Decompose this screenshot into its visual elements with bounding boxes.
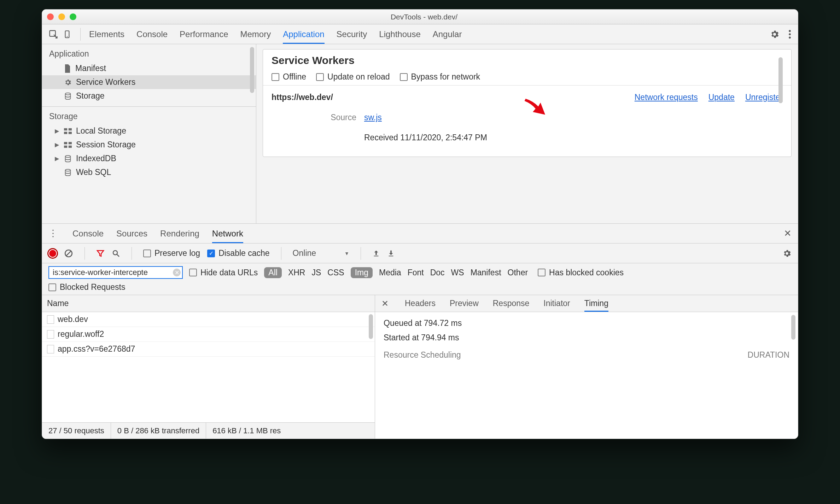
sidebar-item-storage[interactable]: Storage — [42, 89, 256, 103]
disclosure-triangle-icon[interactable]: ▶ — [55, 128, 60, 134]
detail-tab-response[interactable]: Response — [493, 295, 530, 312]
main-tabbar: Elements Console Performance Memory Appl… — [42, 24, 798, 44]
throttling-select[interactable]: Online ▼ — [293, 248, 349, 258]
close-drawer-icon[interactable]: ✕ — [784, 228, 792, 239]
type-img[interactable]: Img — [351, 267, 373, 278]
search-icon[interactable] — [112, 249, 120, 258]
tab-memory[interactable]: Memory — [240, 24, 271, 44]
detail-scrollbar[interactable] — [791, 315, 795, 340]
tab-lighthouse[interactable]: Lighthouse — [379, 24, 420, 44]
drawer-tab-console[interactable]: Console — [72, 224, 104, 243]
sidebar-item-session-storage[interactable]: ▶ Session Storage — [42, 138, 256, 152]
sidebar-item-indexeddb[interactable]: ▶ IndexedDB — [42, 152, 256, 165]
filter-input[interactable] — [48, 266, 183, 279]
network-split: Name web.dev regular.woff2 app.css?v=6e2… — [42, 295, 798, 439]
filter-icon[interactable] — [96, 249, 105, 258]
disclosure-triangle-icon[interactable]: ▶ — [55, 141, 60, 148]
main-scrollbar[interactable] — [778, 57, 783, 103]
drawer-tabbar: ⋮ Console Sources Rendering Network ✕ — [42, 224, 798, 244]
inspect-icon[interactable] — [48, 29, 58, 39]
update-link[interactable]: Update — [708, 93, 735, 102]
network-filterbar: ✕ Hide data URLs All XHR JS CSS Img Medi… — [42, 263, 798, 295]
close-window-button[interactable] — [47, 13, 54, 20]
type-font[interactable]: Font — [408, 268, 424, 277]
hide-data-urls-checkbox[interactable]: Hide data URLs — [189, 268, 258, 277]
list-scrollbar[interactable] — [369, 314, 373, 339]
network-column-name[interactable]: Name — [42, 295, 375, 312]
main-panel: Service Workers Offline Update on reload… — [256, 44, 798, 223]
type-all[interactable]: All — [264, 267, 282, 278]
has-blocked-cookies-checkbox[interactable]: Has blocked cookies — [538, 268, 624, 277]
zoom-window-button[interactable] — [70, 13, 76, 20]
preserve-log-checkbox[interactable]: Preserve log — [143, 248, 200, 258]
status-requests: 27 / 50 requests — [42, 423, 111, 439]
tab-elements[interactable]: Elements — [89, 24, 124, 44]
detail-tab-timing[interactable]: Timing — [584, 295, 608, 312]
application-sidebar: Application Manifest Service Workers Sto… — [42, 44, 256, 223]
sidebar-scrollbar[interactable] — [250, 47, 254, 93]
network-requests-link[interactable]: Network requests — [635, 93, 698, 102]
type-ws[interactable]: WS — [451, 268, 464, 277]
unregister-link[interactable]: Unregister — [745, 93, 783, 102]
request-row[interactable]: regular.woff2 — [42, 327, 375, 342]
detail-tab-headers[interactable]: Headers — [405, 295, 436, 312]
received-text: Received 11/11/2020, 2:54:47 PM — [364, 133, 487, 142]
disclosure-triangle-icon[interactable]: ▶ — [55, 155, 60, 162]
sidebar-item-manifest[interactable]: Manifest — [42, 61, 256, 75]
drawer-tab-rendering[interactable]: Rendering — [160, 224, 199, 243]
service-workers-card: Service Workers Offline Update on reload… — [263, 49, 792, 157]
upload-icon[interactable] — [372, 250, 380, 257]
type-other[interactable]: Other — [508, 268, 528, 277]
kebab-menu-icon[interactable] — [788, 29, 792, 39]
svg-rect-21 — [374, 256, 379, 256]
device-icon[interactable] — [63, 29, 72, 39]
type-manifest[interactable]: Manifest — [471, 268, 501, 277]
svg-rect-8 — [69, 128, 72, 130]
source-link[interactable]: sw.js — [364, 113, 382, 122]
type-js[interactable]: JS — [311, 268, 321, 277]
tab-performance[interactable]: Performance — [180, 24, 228, 44]
drawer-tab-network[interactable]: Network — [212, 224, 243, 243]
network-toolbar: Preserve log ✓Disable cache Online ▼ — [42, 244, 798, 263]
file-icon — [47, 315, 54, 324]
sidebar-item-websql[interactable]: Web SQL — [42, 165, 256, 179]
status-transferred: 0 B / 286 kB transferred — [111, 423, 206, 439]
tab-console[interactable]: Console — [136, 24, 168, 44]
type-xhr[interactable]: XHR — [288, 268, 305, 277]
detail-tab-preview[interactable]: Preview — [450, 295, 479, 312]
tab-security[interactable]: Security — [337, 24, 367, 44]
tab-application[interactable]: Application — [283, 24, 324, 44]
download-icon[interactable] — [387, 250, 395, 257]
offline-checkbox[interactable]: Offline — [272, 72, 306, 82]
drawer-tab-sources[interactable]: Sources — [116, 224, 147, 243]
settings-gear-icon[interactable] — [770, 29, 780, 39]
blocked-requests-checkbox[interactable]: Blocked Requests — [48, 282, 125, 292]
sidebar-item-local-storage[interactable]: ▶ Local Storage — [42, 124, 256, 138]
type-doc[interactable]: Doc — [430, 268, 445, 277]
kebab-menu-icon[interactable]: ⋮ — [48, 228, 58, 239]
sidebar-item-service-workers[interactable]: Service Workers — [42, 75, 256, 89]
svg-line-20 — [117, 254, 119, 257]
clear-filter-icon[interactable]: ✕ — [173, 269, 181, 276]
main-tabs: Elements Console Performance Memory Appl… — [89, 24, 462, 44]
request-row[interactable]: app.css?v=6e2768d7 — [42, 342, 375, 357]
record-button[interactable] — [48, 249, 57, 258]
update-on-reload-checkbox[interactable]: Update on reload — [316, 72, 390, 82]
request-name: app.css?v=6e2768d7 — [58, 344, 135, 354]
clear-icon[interactable] — [64, 249, 73, 258]
type-media[interactable]: Media — [379, 268, 401, 277]
close-detail-icon[interactable]: ✕ — [381, 299, 389, 309]
sidebar-item-label: Storage — [76, 91, 105, 101]
request-row[interactable]: web.dev — [42, 312, 375, 327]
window-title: DevTools - web.dev/ — [76, 13, 772, 21]
bypass-for-network-checkbox[interactable]: Bypass for network — [400, 72, 480, 82]
network-settings-gear-icon[interactable] — [782, 249, 792, 258]
request-name: regular.woff2 — [58, 329, 104, 339]
disable-cache-checkbox[interactable]: ✓Disable cache — [207, 248, 269, 258]
type-css[interactable]: CSS — [327, 268, 344, 277]
detail-tab-initiator[interactable]: Initiator — [543, 295, 570, 312]
svg-point-15 — [65, 155, 71, 157]
tab-angular[interactable]: Angular — [433, 24, 462, 44]
svg-point-6 — [65, 93, 71, 95]
minimize-window-button[interactable] — [58, 13, 65, 20]
